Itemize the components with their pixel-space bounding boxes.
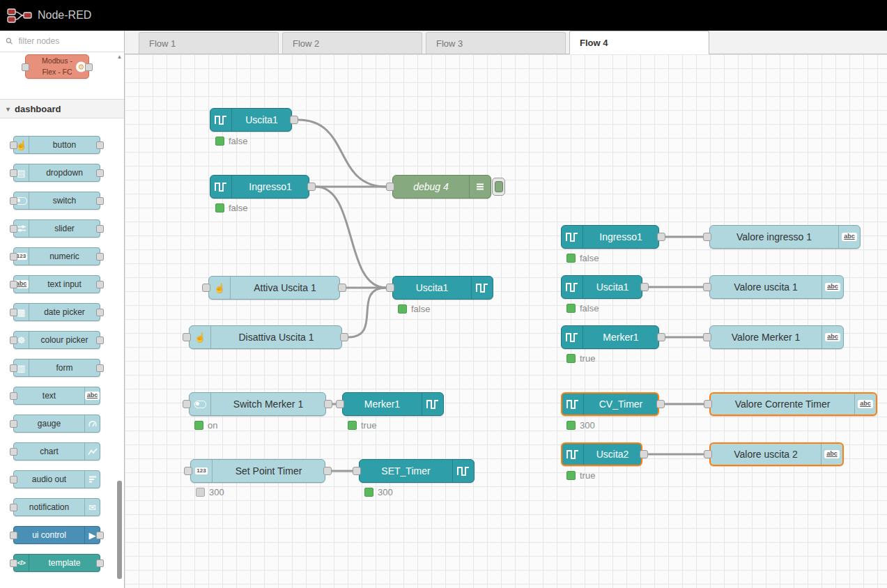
node-uscita1-12[interactable]: Uscita1 — [561, 275, 642, 299]
palette-search-input[interactable] — [17, 36, 118, 47]
input-port[interactable] — [353, 467, 361, 475]
input-port[interactable] — [386, 183, 394, 191]
input-port[interactable] — [704, 450, 712, 458]
input-port[interactable] — [202, 284, 210, 292]
node-uscita2-18[interactable]: Uscita2 — [561, 442, 642, 466]
palette-node-ui-control[interactable]: ui control▶ — [13, 526, 100, 544]
palette-node-switch[interactable]: switch — [13, 192, 100, 210]
input-port[interactable] — [10, 197, 17, 205]
input-port[interactable] — [10, 392, 17, 400]
palette-node-audio-out[interactable]: audio out — [13, 470, 100, 488]
palette-node-date-picker[interactable]: ▦date picker — [13, 303, 100, 321]
input-port[interactable] — [10, 504, 17, 511]
input-port[interactable] — [10, 281, 17, 288]
palette-node-notification[interactable]: notification✉ — [13, 498, 100, 516]
input-port[interactable] — [10, 253, 17, 261]
input-port[interactable] — [10, 364, 17, 372]
debug-toggle-button[interactable] — [492, 178, 505, 196]
tab-flow-1[interactable]: Flow 1 — [139, 32, 279, 54]
palette-node-template[interactable]: </>template — [13, 554, 100, 572]
output-port[interactable] — [96, 309, 104, 316]
palette-node-text-input[interactable]: abctext input — [13, 275, 100, 293]
input-port[interactable] — [10, 336, 17, 344]
output-port[interactable] — [640, 450, 648, 458]
palette-node-dropdown[interactable]: ▤dropdown — [13, 164, 100, 182]
input-port[interactable] — [183, 333, 191, 341]
input-port[interactable] — [386, 284, 394, 292]
output-port[interactable] — [290, 116, 298, 124]
palette-node-text[interactable]: textabc — [13, 387, 100, 405]
input-port[interactable] — [184, 467, 192, 475]
input-port[interactable] — [703, 233, 711, 241]
tab-flow-4[interactable]: Flow 4 — [569, 31, 709, 54]
node-uscita1-0[interactable]: Uscita1 — [210, 108, 292, 132]
node-disattiva-uscita-1-5[interactable]: ☝Disattiva Uscita 1 — [189, 325, 342, 349]
input-port[interactable] — [10, 141, 17, 149]
output-port[interactable] — [96, 197, 104, 205]
output-port[interactable] — [338, 284, 346, 292]
tab-flow-3[interactable]: Flow 3 — [426, 32, 566, 54]
input-port[interactable] — [10, 420, 17, 428]
palette-node-numeric[interactable]: 123numeric — [13, 247, 100, 265]
output-port[interactable] — [96, 253, 104, 261]
flow-canvas[interactable]: Uscita1falseIngresso1falsedebug 4☝Attiva… — [125, 54, 887, 588]
output-port[interactable] — [323, 467, 332, 475]
node-merker1-14[interactable]: Merker1 — [561, 325, 659, 349]
output-port[interactable] — [96, 281, 104, 288]
output-port[interactable] — [657, 233, 665, 241]
output-port[interactable] — [96, 364, 104, 372]
output-port[interactable] — [657, 333, 665, 341]
palette-node-slider[interactable]: slider — [13, 219, 100, 238]
node-ingresso1-1[interactable]: Ingresso1 — [210, 175, 309, 199]
palette-node-gauge[interactable]: gauge — [13, 415, 100, 433]
output-port[interactable] — [340, 333, 348, 341]
palette-node-button[interactable]: ☝button — [13, 136, 100, 154]
output-port[interactable] — [324, 400, 332, 408]
node-valore-uscita-1-13[interactable]: Valore uscita 1abc — [709, 275, 844, 299]
node-debug-4-2[interactable]: debug 4 — [392, 175, 491, 199]
input-port[interactable] — [10, 309, 17, 316]
input-port[interactable] — [10, 448, 17, 456]
output-port[interactable] — [656, 400, 665, 408]
node-set-timer-9[interactable]: SET_Timer — [359, 459, 475, 483]
input-port[interactable] — [336, 400, 344, 408]
input-port[interactable] — [10, 532, 17, 539]
output-port[interactable] — [96, 559, 104, 567]
output-port[interactable] — [96, 532, 104, 539]
node-ingresso1-10[interactable]: Ingresso1 — [561, 225, 659, 249]
node-valore-uscita-2-19[interactable]: Valore uscita 2abc — [709, 442, 844, 466]
wire[interactable] — [348, 288, 386, 337]
input-port[interactable] — [703, 283, 711, 291]
palette-scrollbar[interactable]: ▲ — [116, 53, 123, 585]
input-port[interactable] — [10, 169, 17, 177]
output-port[interactable] — [85, 63, 93, 71]
input-port[interactable] — [183, 400, 191, 408]
scroll-up-arrow-icon[interactable]: ▲ — [116, 53, 123, 61]
wire[interactable] — [298, 120, 386, 187]
input-port[interactable] — [10, 225, 17, 233]
palette-node-form[interactable]: ▥form — [13, 359, 100, 377]
node-valore-corrente-timer-17[interactable]: Valore Corrente Timerabc — [709, 392, 877, 416]
output-port[interactable] — [96, 141, 104, 149]
output-port[interactable] — [307, 183, 316, 191]
input-port[interactable] — [22, 63, 29, 71]
palette-node-modbus-flex-fc[interactable]: Modbus -Flex - FC⚙ — [25, 54, 89, 79]
scrollbar-thumb[interactable] — [117, 481, 122, 579]
output-port[interactable] — [96, 169, 104, 177]
node-uscita1-4[interactable]: Uscita1 — [392, 276, 493, 300]
tab-flow-2[interactable]: Flow 2 — [282, 32, 422, 54]
node-valore-merker-1-15[interactable]: Valore Merker 1abc — [709, 325, 844, 349]
node-switch-merker-1-6[interactable]: Switch Merker 1 — [189, 392, 326, 416]
palette-node-chart[interactable]: chart — [13, 442, 100, 461]
node-cv-timer-16[interactable]: CV_Timer — [561, 392, 659, 416]
output-port[interactable] — [96, 225, 104, 233]
input-port[interactable] — [10, 476, 17, 483]
node-merker1-7[interactable]: Merker1 — [342, 392, 444, 416]
palette-node-colour-picker[interactable]: ☸colour picker — [13, 331, 100, 349]
node-set-point-timer-8[interactable]: 123Set Point Timer — [190, 459, 325, 483]
input-port[interactable] — [703, 333, 711, 341]
input-port[interactable] — [10, 559, 17, 567]
output-port[interactable] — [96, 336, 104, 344]
palette-category-dashboard[interactable]: ▾ dashboard — [0, 99, 124, 118]
node-valore-ingresso-1-11[interactable]: Valore ingresso 1abc — [709, 225, 861, 249]
